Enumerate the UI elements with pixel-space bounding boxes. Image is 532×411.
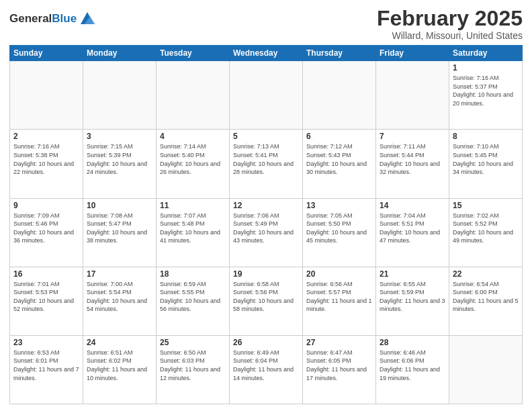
day-info: Sunrise: 7:08 AMSunset: 5:47 PMDaylight:… (87, 212, 152, 245)
day-number: 7 (380, 132, 445, 141)
day-number: 19 (233, 269, 299, 279)
calendar-cell: 13Sunrise: 7:05 AMSunset: 5:50 PMDayligh… (303, 198, 376, 267)
calendar-cell: 18Sunrise: 6:59 AMSunset: 5:55 PMDayligh… (157, 267, 230, 335)
weekday-header-friday: Friday (376, 46, 449, 61)
day-number: 8 (453, 132, 519, 141)
day-info: Sunrise: 7:04 AMSunset: 5:51 PMDaylight:… (380, 212, 445, 245)
calendar-cell (10, 61, 83, 130)
day-info: Sunrise: 6:59 AMSunset: 5:55 PMDaylight:… (160, 280, 226, 314)
day-info: Sunrise: 6:46 AMSunset: 6:06 PMDaylight:… (380, 349, 445, 382)
title-block: February 2025 Willard, Missouri, United … (377, 7, 523, 41)
week-row-1: 2Sunrise: 7:16 AMSunset: 5:38 PMDaylight… (10, 130, 523, 198)
day-info: Sunrise: 7:15 AMSunset: 5:39 PMDaylight:… (87, 142, 152, 176)
day-number: 16 (13, 269, 79, 279)
calendar-cell: 9Sunrise: 7:09 AMSunset: 5:46 PMDaylight… (10, 198, 83, 267)
logo: GeneralBlue (9, 9, 97, 28)
day-number: 5 (233, 132, 299, 141)
calendar-cell: 6Sunrise: 7:12 AMSunset: 5:43 PMDaylight… (303, 130, 376, 198)
calendar-table: SundayMondayTuesdayWednesdayThursdayFrid… (9, 45, 523, 404)
calendar-cell (83, 61, 157, 130)
day-info: Sunrise: 6:53 AMSunset: 6:01 PMDaylight:… (13, 349, 79, 382)
day-info: Sunrise: 7:00 AMSunset: 5:54 PMDaylight:… (87, 280, 152, 314)
day-info: Sunrise: 6:58 AMSunset: 5:56 PMDaylight:… (233, 280, 299, 314)
day-number: 4 (160, 132, 226, 141)
calendar-cell: 26Sunrise: 6:49 AMSunset: 6:04 PMDayligh… (230, 335, 303, 404)
day-number: 27 (306, 338, 372, 347)
day-info: Sunrise: 7:16 AMSunset: 5:37 PMDaylight:… (453, 74, 519, 107)
calendar-cell: 22Sunrise: 6:54 AMSunset: 6:00 PMDayligh… (449, 267, 523, 335)
day-number: 11 (160, 201, 226, 210)
day-info: Sunrise: 7:10 AMSunset: 5:45 PMDaylight:… (453, 142, 519, 176)
calendar-cell: 4Sunrise: 7:14 AMSunset: 5:40 PMDaylight… (157, 130, 230, 198)
calendar-cell: 28Sunrise: 6:46 AMSunset: 6:06 PMDayligh… (376, 335, 449, 404)
weekday-header-monday: Monday (83, 46, 157, 61)
calendar-cell: 25Sunrise: 6:50 AMSunset: 6:03 PMDayligh… (157, 335, 230, 404)
calendar-cell: 19Sunrise: 6:58 AMSunset: 5:56 PMDayligh… (230, 267, 303, 335)
day-info: Sunrise: 6:47 AMSunset: 6:05 PMDaylight:… (306, 349, 372, 382)
day-number: 12 (233, 201, 299, 210)
day-info: Sunrise: 7:09 AMSunset: 5:46 PMDaylight:… (13, 212, 79, 245)
calendar-cell: 20Sunrise: 6:56 AMSunset: 5:57 PMDayligh… (303, 267, 376, 335)
calendar-cell: 3Sunrise: 7:15 AMSunset: 5:39 PMDaylight… (83, 130, 157, 198)
day-number: 23 (13, 338, 79, 347)
day-info: Sunrise: 7:07 AMSunset: 5:48 PMDaylight:… (160, 212, 226, 245)
calendar-cell: 17Sunrise: 7:00 AMSunset: 5:54 PMDayligh… (83, 267, 157, 335)
day-info: Sunrise: 6:56 AMSunset: 5:57 PMDaylight:… (306, 280, 372, 314)
calendar-cell: 8Sunrise: 7:10 AMSunset: 5:45 PMDaylight… (449, 130, 523, 198)
day-number: 13 (306, 201, 372, 210)
day-info: Sunrise: 7:12 AMSunset: 5:43 PMDaylight:… (306, 142, 372, 176)
logo-blue: Blue (52, 12, 77, 25)
calendar-cell: 24Sunrise: 6:51 AMSunset: 6:02 PMDayligh… (83, 335, 157, 404)
day-number: 22 (453, 269, 519, 279)
day-info: Sunrise: 6:49 AMSunset: 6:04 PMDaylight:… (233, 349, 299, 382)
calendar-cell: 10Sunrise: 7:08 AMSunset: 5:47 PMDayligh… (83, 198, 157, 267)
day-info: Sunrise: 7:06 AMSunset: 5:49 PMDaylight:… (233, 212, 299, 245)
day-info: Sunrise: 6:51 AMSunset: 6:02 PMDaylight:… (87, 349, 152, 382)
day-info: Sunrise: 7:01 AMSunset: 5:53 PMDaylight:… (13, 280, 79, 314)
calendar-cell: 15Sunrise: 7:02 AMSunset: 5:52 PMDayligh… (449, 198, 523, 267)
calendar-cell: 5Sunrise: 7:13 AMSunset: 5:41 PMDaylight… (230, 130, 303, 198)
calendar-cell: 23Sunrise: 6:53 AMSunset: 6:01 PMDayligh… (10, 335, 83, 404)
week-row-3: 16Sunrise: 7:01 AMSunset: 5:53 PMDayligh… (10, 267, 523, 335)
calendar-title: February 2025 (377, 7, 523, 30)
calendar-cell (303, 61, 376, 130)
calendar-cell (449, 335, 523, 404)
week-row-0: 1Sunrise: 7:16 AMSunset: 5:37 PMDaylight… (10, 61, 523, 130)
calendar-cell: 27Sunrise: 6:47 AMSunset: 6:05 PMDayligh… (303, 335, 376, 404)
weekday-header-thursday: Thursday (303, 46, 376, 61)
day-number: 28 (380, 338, 445, 347)
day-number: 20 (306, 269, 372, 279)
day-info: Sunrise: 7:05 AMSunset: 5:50 PMDaylight:… (306, 212, 372, 245)
calendar-cell: 12Sunrise: 7:06 AMSunset: 5:49 PMDayligh… (230, 198, 303, 267)
calendar-cell: 11Sunrise: 7:07 AMSunset: 5:48 PMDayligh… (157, 198, 230, 267)
day-number: 18 (160, 269, 226, 279)
day-number: 6 (306, 132, 372, 141)
day-info: Sunrise: 7:13 AMSunset: 5:41 PMDaylight:… (233, 142, 299, 176)
calendar-cell: 16Sunrise: 7:01 AMSunset: 5:53 PMDayligh… (10, 267, 83, 335)
calendar-cell: 1Sunrise: 7:16 AMSunset: 5:37 PMDaylight… (449, 61, 523, 130)
calendar-cell: 7Sunrise: 7:11 AMSunset: 5:44 PMDaylight… (376, 130, 449, 198)
day-info: Sunrise: 6:50 AMSunset: 6:03 PMDaylight:… (160, 349, 226, 382)
calendar-cell (376, 61, 449, 130)
day-info: Sunrise: 6:55 AMSunset: 5:59 PMDaylight:… (380, 280, 445, 314)
day-number: 15 (453, 201, 519, 210)
day-number: 17 (87, 269, 152, 279)
logo-text: GeneralBlue (9, 12, 77, 26)
day-number: 24 (87, 338, 152, 347)
day-info: Sunrise: 7:14 AMSunset: 5:40 PMDaylight:… (160, 142, 226, 176)
calendar-cell: 2Sunrise: 7:16 AMSunset: 5:38 PMDaylight… (10, 130, 83, 198)
day-number: 25 (160, 338, 226, 347)
day-number: 10 (87, 201, 152, 210)
day-info: Sunrise: 6:54 AMSunset: 6:00 PMDaylight:… (453, 280, 519, 314)
calendar-cell (230, 61, 303, 130)
day-number: 26 (233, 338, 299, 347)
day-number: 1 (453, 63, 519, 73)
day-info: Sunrise: 7:11 AMSunset: 5:44 PMDaylight:… (380, 142, 445, 176)
calendar-subtitle: Willard, Missouri, United States (377, 30, 523, 41)
header: GeneralBlue February 2025 Willard, Misso… (9, 7, 523, 41)
calendar-cell: 21Sunrise: 6:55 AMSunset: 5:59 PMDayligh… (376, 267, 449, 335)
weekday-header-sunday: Sunday (10, 46, 83, 61)
calendar-cell (157, 61, 230, 130)
day-info: Sunrise: 7:02 AMSunset: 5:52 PMDaylight:… (453, 212, 519, 245)
weekday-header-tuesday: Tuesday (157, 46, 230, 61)
